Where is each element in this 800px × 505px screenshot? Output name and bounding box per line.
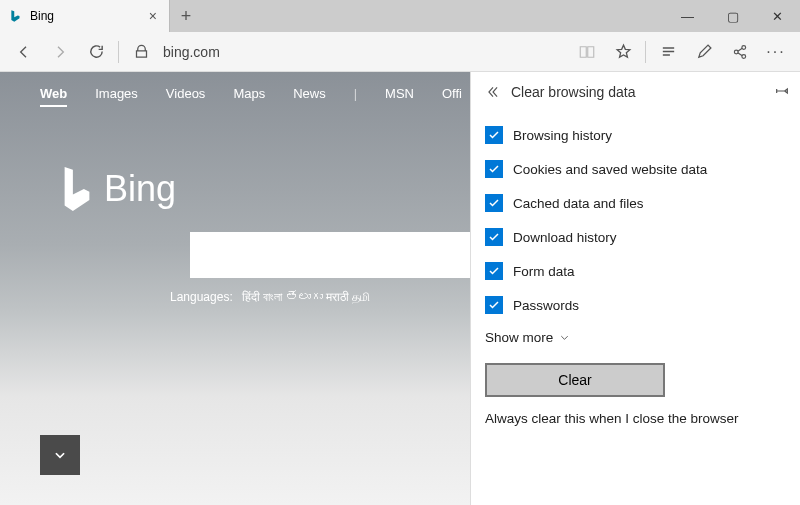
new-tab-button[interactable]: + <box>170 0 202 32</box>
search-input[interactable] <box>190 232 510 278</box>
browser-tab[interactable]: Bing × <box>0 0 170 32</box>
clear-browsing-data-panel: Clear browsing data Browsing history Coo… <box>470 72 800 505</box>
clear-button[interactable]: Clear <box>485 363 665 397</box>
show-more-link[interactable]: Show more <box>485 322 786 359</box>
favorite-icon[interactable] <box>605 34 641 70</box>
check-icon <box>485 296 503 314</box>
checkbox-label: Download history <box>513 230 617 245</box>
checkbox-download-history[interactable]: Download history <box>485 220 786 254</box>
checkbox-cached-data[interactable]: Cached data and files <box>485 186 786 220</box>
refresh-button[interactable] <box>78 34 114 70</box>
nav-images[interactable]: Images <box>95 86 138 107</box>
check-icon <box>485 194 503 212</box>
bing-logo-text: Bing <box>104 168 176 210</box>
share-icon[interactable] <box>722 34 758 70</box>
scroll-down-button[interactable] <box>40 435 80 475</box>
always-clear-label: Always clear this when I close the brows… <box>485 407 786 426</box>
chevron-down-icon <box>559 332 570 343</box>
checkbox-label: Browsing history <box>513 128 612 143</box>
toolbar: bing.com ··· <box>0 32 800 72</box>
check-icon <box>485 228 503 246</box>
more-icon[interactable]: ··· <box>758 34 794 70</box>
minimize-button[interactable]: — <box>665 0 710 32</box>
nav-divider: | <box>354 86 357 107</box>
checkbox-label: Passwords <box>513 298 579 313</box>
close-window-button[interactable]: ✕ <box>755 0 800 32</box>
checkbox-passwords[interactable]: Passwords <box>485 288 786 322</box>
languages-row: Languages: हिंदी বাংলা తెలుగు मराठी தமி <box>170 290 370 304</box>
chevron-down-icon <box>53 448 67 462</box>
languages-label: Languages: <box>170 290 233 304</box>
show-more-label: Show more <box>485 330 553 345</box>
check-icon <box>485 160 503 178</box>
clear-button-label: Clear <box>558 372 591 388</box>
chevron-left-double-icon <box>486 85 500 99</box>
check-icon <box>485 262 503 280</box>
nav-news[interactable]: News <box>293 86 326 107</box>
hub-icon[interactable] <box>650 34 686 70</box>
toolbar-separator <box>645 41 646 63</box>
nav-msn[interactable]: MSN <box>385 86 414 107</box>
pin-icon[interactable] <box>774 83 790 102</box>
checkbox-form-data[interactable]: Form data <box>485 254 786 288</box>
bing-logo-icon <box>60 167 94 211</box>
panel-back-button[interactable] <box>481 85 505 99</box>
tab-bar: Bing × + — ▢ ✕ <box>0 0 800 32</box>
checkbox-cookies[interactable]: Cookies and saved website data <box>485 152 786 186</box>
nav-videos[interactable]: Videos <box>166 86 206 107</box>
back-button[interactable] <box>6 34 42 70</box>
nav-web[interactable]: Web <box>40 86 67 107</box>
close-tab-icon[interactable]: × <box>145 8 161 24</box>
nav-office[interactable]: Offi <box>442 86 462 107</box>
forward-button[interactable] <box>42 34 78 70</box>
checkbox-browsing-history[interactable]: Browsing history <box>485 118 786 152</box>
bing-favicon-icon <box>8 8 24 24</box>
maximize-button[interactable]: ▢ <box>710 0 755 32</box>
webnote-icon[interactable] <box>686 34 722 70</box>
panel-title: Clear browsing data <box>511 84 774 100</box>
lock-icon[interactable] <box>123 34 159 70</box>
reading-view-icon[interactable] <box>569 34 605 70</box>
checkbox-label: Cached data and files <box>513 196 644 211</box>
languages-list[interactable]: हिंदी বাংলা తెలుగు मराठी தமி <box>242 290 370 304</box>
toolbar-separator <box>118 41 119 63</box>
tab-title: Bing <box>30 9 54 23</box>
checkbox-label: Cookies and saved website data <box>513 162 707 177</box>
check-icon <box>485 126 503 144</box>
address-bar[interactable]: bing.com <box>163 44 220 60</box>
nav-maps[interactable]: Maps <box>233 86 265 107</box>
checkbox-label: Form data <box>513 264 575 279</box>
